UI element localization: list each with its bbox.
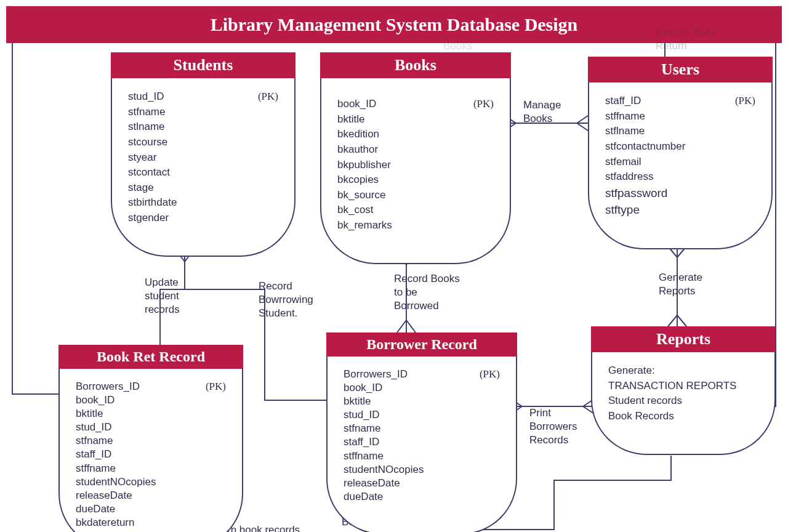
field: studentNOcopies <box>76 475 226 489</box>
field: book_ID <box>337 97 455 112</box>
entity-users-header: Users <box>588 57 773 83</box>
field: bkedition <box>337 127 494 142</box>
field: dueDate <box>344 490 500 504</box>
rel-generate-reports: Generate Reports <box>659 271 702 298</box>
field: bk_source <box>337 188 494 203</box>
rel-record-books-borrowed: Record Books to be Borrowed <box>394 272 460 313</box>
rel-record-borrowing-student: Record Bowrrowing Student. <box>259 280 313 320</box>
field: stcontact <box>128 165 278 180</box>
entity-borrower-record-header: Borrower Record <box>326 332 517 357</box>
entity-reports-body: Generate: TRANSACTION REPORTS Student re… <box>591 352 776 455</box>
entity-books-header: Books <box>320 52 511 78</box>
field: stfname <box>76 434 226 448</box>
field: styear <box>128 150 278 166</box>
field: bktitle <box>337 112 494 127</box>
field: dueDate <box>76 502 226 516</box>
pk-marker: (PK) <box>455 97 494 112</box>
entity-books: Books book_ID (PK) bktitle bkedition bka… <box>320 52 511 264</box>
field: stfemail <box>605 155 755 170</box>
rel-manage-books: Manage Books <box>523 99 561 126</box>
pk-marker: (PK) <box>187 380 226 393</box>
entity-users-body: staff_ID (PK) stffname stflname stfconta… <box>588 83 773 249</box>
field: stfaddress <box>605 169 755 185</box>
field: stftype <box>605 201 755 219</box>
field: stcourse <box>128 135 278 150</box>
field: bk_remarks <box>337 218 494 233</box>
field: bktitle <box>344 395 500 408</box>
entity-books-body: book_ID (PK) bktitle bkedition bkauthor … <box>320 78 511 264</box>
entity-borrower-record: Borrower Record Borrowers_ID (PK) book_I… <box>326 332 517 532</box>
field: book_ID <box>76 393 226 407</box>
field: Borrowers_ID <box>76 380 187 393</box>
pk-marker: (PK) <box>461 368 500 381</box>
rel-record-book-return: Record Book Return <box>656 26 716 53</box>
field: staff_ID <box>344 435 500 449</box>
field: stlname <box>128 119 278 135</box>
field: staff_ID <box>605 94 717 109</box>
entity-students-header: Students <box>111 52 296 78</box>
field: stbirthdate <box>128 195 278 211</box>
rel-print-borrowers-records: Print Borrowers Records <box>529 406 577 447</box>
field: stflname <box>605 124 755 139</box>
field: bktitle <box>76 407 226 421</box>
report-line: Generate: <box>608 363 758 379</box>
field: stud_ID <box>344 408 500 422</box>
field: stfname <box>128 105 278 120</box>
field: stffname <box>605 109 755 124</box>
entity-book-ret-record-header: Book Ret Record <box>58 345 243 369</box>
report-line: Student records <box>608 393 758 409</box>
field: bkauthor <box>337 142 494 158</box>
entity-book-ret-record: Book Ret Record Borrowers_ID (PK) book_I… <box>58 345 243 532</box>
field: bkpublisher <box>337 158 494 173</box>
report-line: Book Records <box>608 409 758 424</box>
field: stud_ID <box>76 421 226 434</box>
field: stfpassword <box>605 185 755 202</box>
entity-reports: Reports Generate: TRANSACTION REPORTS St… <box>591 326 776 455</box>
rel-update-student-records: Update student records <box>145 276 180 316</box>
field: Borrowers_ID <box>344 368 461 381</box>
field: stfname <box>344 422 500 435</box>
report-line: TRANSACTION REPORTS <box>608 379 758 394</box>
entity-users: Users staff_ID (PK) stffname stflname st… <box>588 57 773 249</box>
field: bk_cost <box>337 203 494 218</box>
field: stfcontactnumber <box>605 139 755 155</box>
entity-book-ret-record-body: Borrowers_ID (PK) book_ID bktitle stud_I… <box>58 369 243 532</box>
field: bkdatereturn <box>76 516 226 530</box>
pk-marker: (PK) <box>239 89 278 105</box>
field: releaseDate <box>76 489 226 502</box>
field: book_ID <box>344 381 500 395</box>
pk-marker: (PK) <box>717 94 755 109</box>
field: releaseDate <box>344 477 500 490</box>
entity-borrower-record-body: Borrowers_ID (PK) book_ID bktitle stud_I… <box>326 357 517 532</box>
field: staff_ID <box>76 448 226 461</box>
field: stage <box>128 180 278 196</box>
field: studentNOcopies <box>344 463 500 477</box>
field: stffname <box>76 462 226 475</box>
entity-students: Students stud_ID (PK) stfname stlname st… <box>111 52 296 257</box>
entity-students-body: stud_ID (PK) stfname stlname stcourse st… <box>111 78 296 257</box>
field: stffname <box>344 449 500 463</box>
field: bkcopies <box>337 172 494 188</box>
field: stgender <box>128 211 278 226</box>
field: stud_ID <box>128 89 239 105</box>
entity-reports-header: Reports <box>591 326 776 352</box>
